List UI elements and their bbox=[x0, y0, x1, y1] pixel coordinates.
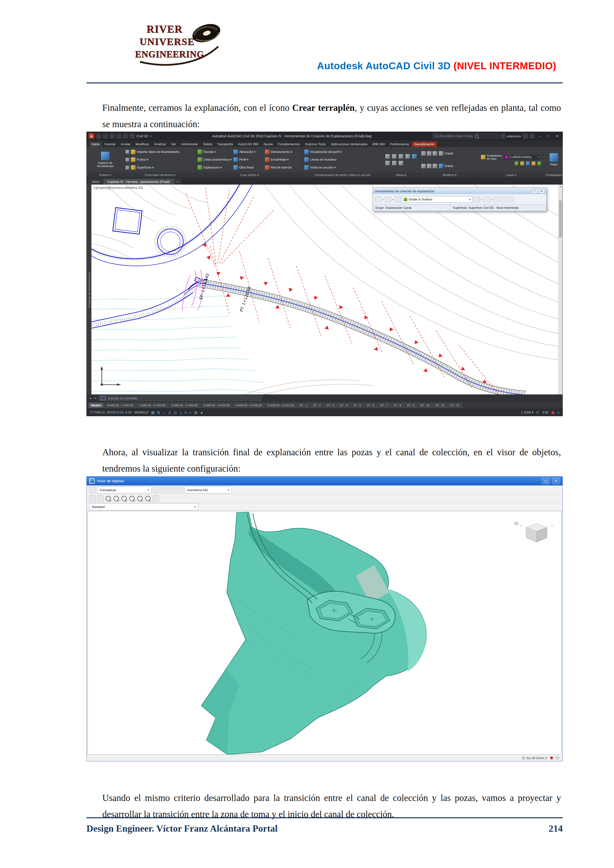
grading-criteria-combo[interactable]: Grade to Surface ▾ bbox=[402, 196, 473, 203]
command-input[interactable]: Escriba un comando bbox=[98, 395, 262, 401]
restore-button[interactable]: □ bbox=[545, 134, 552, 138]
zoom-window-icon[interactable] bbox=[161, 487, 168, 493]
layout-tab[interactable]: ST - 2 bbox=[311, 403, 323, 408]
point-icon[interactable] bbox=[399, 161, 403, 165]
ribbon-button[interactable]: Alineación ▾ bbox=[233, 150, 263, 154]
create-grading-icon[interactable] bbox=[473, 197, 480, 202]
panel-label-paletas[interactable]: Paletas ▾ bbox=[87, 172, 124, 178]
layout-tab[interactable]: ST - 1 bbox=[297, 403, 310, 408]
ribbon-tab[interactable]: AutoCAD 360 bbox=[235, 141, 261, 147]
ribbon-tab[interactable]: Topografía bbox=[215, 141, 236, 147]
layer-on-icon[interactable] bbox=[515, 161, 518, 165]
layout-tab[interactable]: ST - 7 bbox=[378, 403, 390, 408]
set-target-surface-icon[interactable] bbox=[385, 197, 391, 202]
layout-tab[interactable]: 3+000.00 - 4+000.00 bbox=[201, 403, 232, 408]
ribbon-tab[interactable]: Complementos bbox=[275, 141, 303, 147]
elevation-editor-icon[interactable] bbox=[500, 197, 507, 202]
dimension-icon[interactable] bbox=[392, 161, 396, 165]
layer-match-icon[interactable] bbox=[538, 161, 541, 165]
ribbon-button[interactable]: Líneas de muestreo bbox=[305, 157, 342, 162]
layout-tab[interactable]: ST - 5 bbox=[351, 403, 363, 408]
transparency-icon[interactable]: ▱ bbox=[189, 411, 192, 414]
fillet-icon[interactable] bbox=[427, 164, 431, 168]
search-icon[interactable] bbox=[475, 134, 479, 138]
layout-tab[interactable]: 1+000.00 - 2+000.00 bbox=[137, 403, 168, 408]
ribbon-button[interactable]: Vistas en sección ▾ bbox=[305, 165, 342, 170]
copy-button[interactable]: Copiar bbox=[439, 151, 453, 156]
ribbon-button[interactable]: Explanación ▾ bbox=[197, 165, 232, 170]
layer-dropdown[interactable]: C-GRAD-CANAL ▾ bbox=[503, 154, 541, 160]
array-icon[interactable] bbox=[433, 164, 437, 168]
visual-style-combo[interactable]: Conceptual ▾ bbox=[97, 487, 152, 493]
print-icon[interactable] bbox=[117, 133, 121, 139]
workspace-label[interactable]: Civil 3D bbox=[137, 134, 148, 138]
ribbon-button[interactable]: Puntos ▾ bbox=[131, 157, 179, 162]
settings-toggle-icon[interactable] bbox=[126, 158, 129, 161]
arc-icon[interactable] bbox=[406, 154, 410, 159]
panel-label-perfiles[interactable]: Visualizaciones del perfil y vistas en s… bbox=[303, 172, 382, 178]
view-direction-combo[interactable]: Isométrica NO ▾ bbox=[185, 487, 232, 493]
layout-tab[interactable]: ST - 12 bbox=[448, 403, 462, 408]
pan-icon[interactable] bbox=[152, 495, 159, 502]
ribbon-tab[interactable]: Performance bbox=[388, 141, 412, 147]
autocad-app-icon[interactable]: A bbox=[89, 133, 95, 139]
layer-lock-icon[interactable] bbox=[532, 161, 535, 165]
mirror-icon[interactable] bbox=[421, 164, 426, 168]
layer-freeze-icon[interactable] bbox=[521, 161, 524, 165]
file-tab-document[interactable]: Capítulo IV - Herrami...xplanaciones (Fi… bbox=[104, 179, 174, 184]
zoom-extents-icon[interactable] bbox=[153, 487, 160, 493]
space-indicator[interactable]: MODELO bbox=[135, 411, 148, 414]
model-tab[interactable]: Modelo bbox=[89, 403, 104, 408]
osnap-icon[interactable]: ◎ bbox=[174, 411, 177, 414]
plan-view-canvas[interactable]: EP: 1+142.42 PT: 1+126.64 bbox=[92, 184, 558, 394]
layout-tab[interactable]: 4+000.00 - 5+000.00 bbox=[233, 403, 264, 408]
layout-tab[interactable]: ST - 3 bbox=[324, 403, 337, 408]
ribbon-button[interactable]: Importar datos de levantamiento bbox=[131, 150, 179, 154]
save-icon[interactable] bbox=[110, 133, 115, 139]
ribbon-button[interactable]: Parcela ▾ bbox=[197, 150, 232, 154]
layout-tab[interactable]: ST - 9 bbox=[404, 403, 417, 408]
layout-tab[interactable]: 5+000.00 - 5+313.00 bbox=[265, 403, 297, 408]
panel-label-modificar[interactable]: Modificar ▾ bbox=[420, 172, 479, 178]
layout-tab[interactable]: ST - 8 bbox=[391, 403, 404, 408]
ribbon-button[interactable]: Línea característica ▾ bbox=[197, 157, 232, 162]
vertical-scrollbar[interactable]: ▲ bbox=[558, 184, 563, 394]
preview-icon[interactable] bbox=[177, 487, 183, 493]
dialog-help-icon[interactable]: ? bbox=[532, 189, 538, 194]
layer-properties-label[interactable]: Propiedades de capa bbox=[487, 154, 502, 160]
undo-icon[interactable] bbox=[123, 133, 128, 139]
layout-tab[interactable]: ST - 6 bbox=[364, 403, 377, 408]
zoom-in-icon[interactable] bbox=[106, 496, 111, 501]
trim-icon[interactable] bbox=[433, 151, 437, 156]
ribbon-tab[interactable]: Administrar bbox=[179, 141, 201, 147]
ribbon-button[interactable]: Visualización del perfil ▾ bbox=[305, 150, 342, 154]
ribbon-tab[interactable]: Salida bbox=[201, 141, 215, 147]
move-icon[interactable] bbox=[421, 151, 426, 156]
ribbon-tab[interactable]: Anotar bbox=[118, 141, 133, 147]
ribbon-tab[interactable]: Modificar bbox=[133, 141, 152, 147]
new-drawing-tab-button[interactable]: + bbox=[175, 179, 182, 184]
help-search-input[interactable]: Escriba palabra clave o frase bbox=[432, 133, 499, 139]
edit-grading-icon[interactable] bbox=[483, 197, 490, 202]
recent-commands-icon[interactable]: ▾ bbox=[94, 397, 96, 400]
ribbon-tab[interactable]: Analizar bbox=[152, 141, 169, 147]
redo-icon[interactable] bbox=[130, 133, 135, 139]
record-indicator-icon[interactable] bbox=[550, 756, 553, 760]
otrack-icon[interactable]: ⊥ bbox=[179, 411, 182, 414]
ribbon-button[interactable]: Obra lineal bbox=[233, 165, 263, 170]
zoom-previous-icon[interactable] bbox=[137, 496, 143, 501]
ribbon-tab[interactable]: Insertar bbox=[102, 141, 118, 147]
close-button[interactable]: ✕ bbox=[553, 134, 561, 138]
view-cube[interactable] bbox=[515, 522, 553, 542]
snap-icon[interactable]: ⊞ bbox=[157, 411, 160, 414]
snapshot-icon[interactable] bbox=[97, 495, 104, 502]
ribbon-tab[interactable]: Geoubicación bbox=[412, 141, 437, 147]
dialog-close-icon[interactable]: ✕ bbox=[539, 189, 544, 194]
ribbon-button[interactable]: Superficies ▾ bbox=[131, 165, 179, 170]
selection-cycling-icon[interactable]: ▣ bbox=[194, 411, 197, 414]
dialog-titlebar[interactable]: Herramientas de creación de explanación … bbox=[373, 188, 546, 194]
viewer-canvas[interactable] bbox=[87, 511, 562, 755]
close-command-icon[interactable]: ✕ bbox=[89, 397, 92, 400]
ribbon-button[interactable]: Intersecciones ▾ bbox=[265, 150, 292, 154]
exchange-apps-icon[interactable] bbox=[523, 133, 528, 139]
